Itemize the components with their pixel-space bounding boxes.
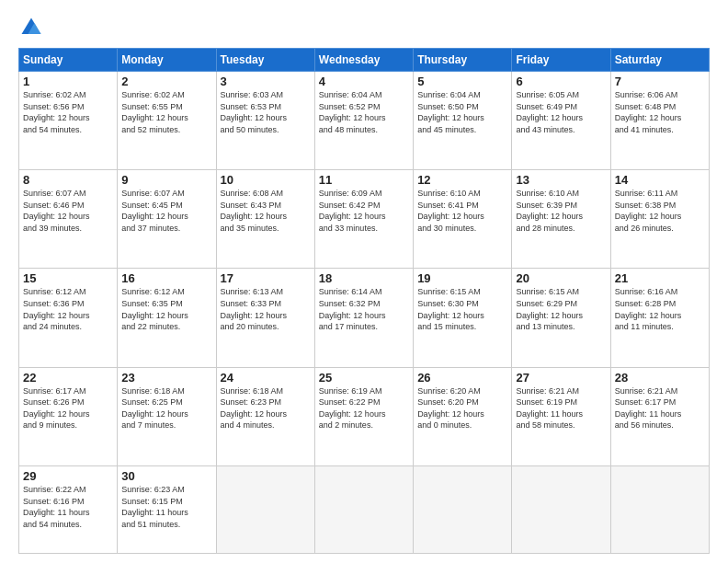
day-info: Sunrise: 6:12 AM Sunset: 6:35 PM Dayligh… [121,286,211,332]
day-number: 4 [319,75,409,88]
calendar-table: SundayMondayTuesdayWednesdayThursdayFrid… [18,48,710,554]
calendar-header-row: SundayMondayTuesdayWednesdayThursdayFrid… [19,49,710,72]
day-number: 10 [221,173,311,187]
day-info: Sunrise: 6:18 AM Sunset: 6:25 PM Dayligh… [121,385,211,431]
calendar-week-row: 1Sunrise: 6:02 AM Sunset: 6:56 PM Daylig… [19,72,710,170]
calendar-day-cell: 4Sunrise: 6:04 AM Sunset: 6:52 PM Daylig… [314,72,413,170]
day-number: 24 [221,371,311,385]
calendar-week-row: 8Sunrise: 6:07 AM Sunset: 6:46 PM Daylig… [19,170,710,269]
day-info: Sunrise: 6:07 AM Sunset: 6:45 PM Dayligh… [121,188,211,234]
day-info: Sunrise: 6:22 AM Sunset: 6:16 PM Dayligh… [23,484,113,530]
day-info: Sunrise: 6:12 AM Sunset: 6:36 PM Dayligh… [23,286,113,332]
day-number: 22 [23,371,113,385]
day-info: Sunrise: 6:19 AM Sunset: 6:22 PM Dayligh… [319,385,409,431]
day-info: Sunrise: 6:18 AM Sunset: 6:23 PM Dayligh… [221,385,311,431]
calendar-day-cell [610,465,709,553]
day-info: Sunrise: 6:17 AM Sunset: 6:26 PM Dayligh… [23,385,113,431]
calendar-day-cell [314,465,413,553]
calendar-day-cell: 27Sunrise: 6:21 AM Sunset: 6:19 PM Dayli… [512,367,610,465]
calendar-day-cell: 19Sunrise: 6:15 AM Sunset: 6:30 PM Dayli… [414,269,512,367]
day-number: 11 [319,173,409,187]
day-number: 23 [121,371,211,385]
calendar-day-header: Thursday [414,49,512,72]
day-info: Sunrise: 6:05 AM Sunset: 6:49 PM Dayligh… [516,89,606,135]
calendar-day-cell [414,465,512,553]
day-number: 19 [417,271,507,285]
calendar-day-header: Wednesday [314,49,413,72]
day-number: 3 [221,75,311,88]
day-info: Sunrise: 6:04 AM Sunset: 6:50 PM Dayligh… [417,89,507,135]
day-number: 1 [23,75,113,88]
calendar-day-cell: 30Sunrise: 6:23 AM Sunset: 6:15 PM Dayli… [118,465,216,553]
day-number: 15 [23,271,113,285]
calendar-day-cell: 24Sunrise: 6:18 AM Sunset: 6:23 PM Dayli… [216,367,314,465]
day-number: 29 [23,469,113,483]
day-number: 2 [121,75,211,88]
day-number: 18 [319,271,409,285]
logo-icon [18,15,44,40]
calendar-day-cell: 22Sunrise: 6:17 AM Sunset: 6:26 PM Dayli… [19,367,118,465]
calendar-day-cell: 6Sunrise: 6:05 AM Sunset: 6:49 PM Daylig… [512,72,610,170]
day-info: Sunrise: 6:20 AM Sunset: 6:20 PM Dayligh… [417,385,507,431]
day-info: Sunrise: 6:15 AM Sunset: 6:29 PM Dayligh… [516,286,606,332]
day-info: Sunrise: 6:02 AM Sunset: 6:56 PM Dayligh… [23,89,113,135]
page: SundayMondayTuesdayWednesdayThursdayFrid… [0,0,728,563]
day-info: Sunrise: 6:10 AM Sunset: 6:39 PM Dayligh… [516,188,606,234]
calendar-week-row: 15Sunrise: 6:12 AM Sunset: 6:36 PM Dayli… [19,269,710,367]
calendar-day-header: Saturday [610,49,709,72]
day-info: Sunrise: 6:21 AM Sunset: 6:19 PM Dayligh… [516,385,606,431]
calendar-day-cell: 20Sunrise: 6:15 AM Sunset: 6:29 PM Dayli… [512,269,610,367]
calendar-day-cell: 7Sunrise: 6:06 AM Sunset: 6:48 PM Daylig… [610,72,709,170]
day-number: 7 [615,75,705,88]
calendar-day-cell: 1Sunrise: 6:02 AM Sunset: 6:56 PM Daylig… [19,72,118,170]
day-number: 27 [516,371,606,385]
day-info: Sunrise: 6:04 AM Sunset: 6:52 PM Dayligh… [319,89,409,135]
day-info: Sunrise: 6:21 AM Sunset: 6:17 PM Dayligh… [615,385,705,431]
calendar-day-cell [216,465,314,553]
calendar-day-cell: 10Sunrise: 6:08 AM Sunset: 6:43 PM Dayli… [216,170,314,269]
day-number: 5 [417,75,507,88]
logo [18,15,48,40]
calendar-day-cell: 28Sunrise: 6:21 AM Sunset: 6:17 PM Dayli… [610,367,709,465]
day-number: 17 [221,271,311,285]
header [18,15,710,40]
calendar-day-cell: 5Sunrise: 6:04 AM Sunset: 6:50 PM Daylig… [414,72,512,170]
day-info: Sunrise: 6:02 AM Sunset: 6:55 PM Dayligh… [121,89,211,135]
day-number: 12 [417,173,507,187]
calendar-day-header: Tuesday [216,49,314,72]
calendar-day-cell: 21Sunrise: 6:16 AM Sunset: 6:28 PM Dayli… [610,269,709,367]
calendar-day-cell: 8Sunrise: 6:07 AM Sunset: 6:46 PM Daylig… [19,170,118,269]
calendar-day-cell: 25Sunrise: 6:19 AM Sunset: 6:22 PM Dayli… [314,367,413,465]
day-info: Sunrise: 6:13 AM Sunset: 6:33 PM Dayligh… [221,286,311,332]
calendar-day-cell: 3Sunrise: 6:03 AM Sunset: 6:53 PM Daylig… [216,72,314,170]
calendar-day-cell: 15Sunrise: 6:12 AM Sunset: 6:36 PM Dayli… [19,269,118,367]
day-info: Sunrise: 6:06 AM Sunset: 6:48 PM Dayligh… [615,89,705,135]
day-number: 16 [121,271,211,285]
day-number: 9 [121,173,211,187]
day-number: 13 [516,173,606,187]
day-info: Sunrise: 6:16 AM Sunset: 6:28 PM Dayligh… [615,286,705,332]
calendar-week-row: 22Sunrise: 6:17 AM Sunset: 6:26 PM Dayli… [19,367,710,465]
calendar-day-header: Monday [118,49,216,72]
day-number: 30 [121,469,211,483]
calendar-day-cell: 18Sunrise: 6:14 AM Sunset: 6:32 PM Dayli… [314,269,413,367]
calendar-day-cell: 9Sunrise: 6:07 AM Sunset: 6:45 PM Daylig… [118,170,216,269]
calendar-day-cell: 16Sunrise: 6:12 AM Sunset: 6:35 PM Dayli… [118,269,216,367]
day-number: 14 [615,173,705,187]
day-info: Sunrise: 6:15 AM Sunset: 6:30 PM Dayligh… [417,286,507,332]
day-number: 8 [23,173,113,187]
calendar-day-cell: 13Sunrise: 6:10 AM Sunset: 6:39 PM Dayli… [512,170,610,269]
calendar-day-header: Friday [512,49,610,72]
day-number: 20 [516,271,606,285]
calendar-day-cell: 29Sunrise: 6:22 AM Sunset: 6:16 PM Dayli… [19,465,118,553]
calendar-week-row: 29Sunrise: 6:22 AM Sunset: 6:16 PM Dayli… [19,465,710,553]
day-info: Sunrise: 6:11 AM Sunset: 6:38 PM Dayligh… [615,188,705,234]
day-number: 21 [615,271,705,285]
calendar-day-header: Sunday [19,49,118,72]
calendar-day-cell: 11Sunrise: 6:09 AM Sunset: 6:42 PM Dayli… [314,170,413,269]
calendar-day-cell: 26Sunrise: 6:20 AM Sunset: 6:20 PM Dayli… [414,367,512,465]
day-number: 26 [417,371,507,385]
calendar-day-cell: 12Sunrise: 6:10 AM Sunset: 6:41 PM Dayli… [414,170,512,269]
day-info: Sunrise: 6:03 AM Sunset: 6:53 PM Dayligh… [221,89,311,135]
day-info: Sunrise: 6:08 AM Sunset: 6:43 PM Dayligh… [221,188,311,234]
